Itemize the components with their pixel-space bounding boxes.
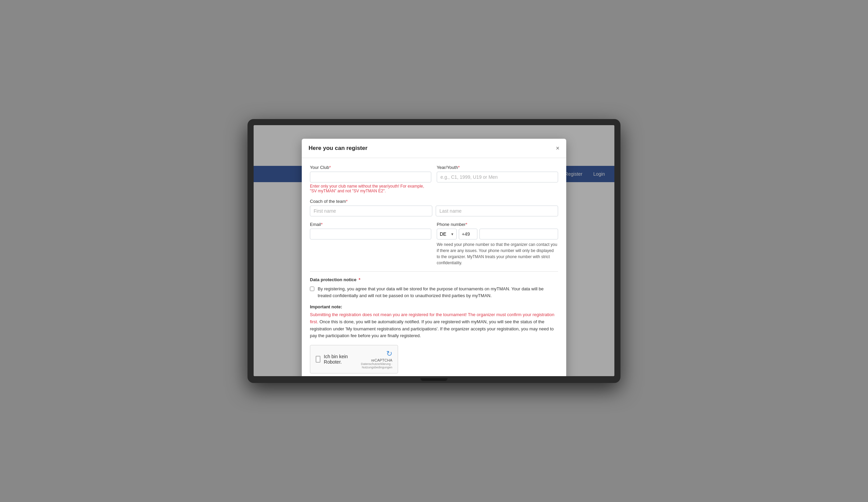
- club-group: Your Club* Enter only your club name wit…: [310, 165, 431, 193]
- phone-number-input[interactable]: [479, 229, 558, 239]
- last-name-input[interactable]: [436, 206, 558, 216]
- email-group: Email*: [310, 222, 431, 266]
- year-group: Year/Youth*: [437, 165, 558, 193]
- phone-prefix-input[interactable]: [459, 229, 477, 239]
- coach-row: Coach of the team*: [310, 199, 558, 216]
- year-input[interactable]: [437, 172, 558, 183]
- first-name-input[interactable]: [310, 206, 432, 216]
- country-select-wrapper: DE AT CH ▼: [437, 229, 457, 239]
- important-note-title: Important note:: [310, 304, 558, 309]
- phone-group: Phone number* DE AT CH: [437, 222, 558, 266]
- phone-hint-text: We need your phone number so that the or…: [437, 242, 558, 266]
- data-protection-checkbox-row: By registering, you agree that your data…: [310, 286, 558, 299]
- close-button[interactable]: ×: [556, 145, 559, 151]
- registration-modal: Here you can register × Your Club* Enter…: [302, 139, 566, 376]
- phone-label: Phone number*: [437, 222, 558, 227]
- captcha-logo: ↻ reCAPTCHA Datenschutzerklärung · Nutzu…: [351, 349, 392, 369]
- data-protection-checkbox-label: By registering, you agree that your data…: [318, 286, 558, 299]
- captcha-container: Ich bin kein Roboter. ↻ reCAPTCHA Datens…: [310, 345, 398, 373]
- recaptcha-icon: ↻: [386, 349, 392, 358]
- important-note-section: Important note: Submitting the registrat…: [310, 304, 558, 339]
- captcha-label: Ich bin kein Roboter.: [324, 354, 351, 365]
- club-year-row: Your Club* Enter only your club name wit…: [310, 165, 558, 193]
- data-protection-checkbox[interactable]: [310, 286, 314, 291]
- important-note-rest: Once this is done, you will be automatic…: [310, 319, 554, 338]
- email-label: Email*: [310, 222, 431, 227]
- section-divider: [310, 272, 558, 272]
- data-protection-section: Data protection notice * By registering,…: [310, 277, 558, 299]
- club-input[interactable]: [310, 172, 431, 183]
- captcha-left: Ich bin kein Roboter.: [316, 354, 351, 365]
- email-input[interactable]: [310, 229, 431, 239]
- country-select[interactable]: DE AT CH: [437, 229, 457, 239]
- club-error-text: Enter only your club name without the ye…: [310, 184, 431, 193]
- modal-header: Here you can register ×: [302, 139, 566, 158]
- year-label: Year/Youth*: [437, 165, 558, 170]
- coach-label: Coach of the team*: [310, 199, 558, 204]
- club-label: Your Club*: [310, 165, 431, 170]
- captcha-sub: Datenschutzerklärung · Nutzungsbedingung…: [351, 362, 392, 369]
- modal-title: Here you can register: [309, 145, 368, 152]
- modal-overlay: Here you can register × Your Club* Enter…: [254, 125, 614, 376]
- modal-body: Your Club* Enter only your club name wit…: [302, 158, 566, 376]
- important-note-text: Submitting the registration does not mea…: [310, 311, 558, 339]
- phone-input-group: DE AT CH ▼: [437, 229, 558, 239]
- coach-group: Coach of the team*: [310, 199, 558, 216]
- email-phone-row: Email* Phone number*: [310, 222, 558, 266]
- captcha-brand: reCAPTCHA: [351, 358, 392, 362]
- data-protection-title: Data protection notice *: [310, 277, 558, 282]
- captcha-checkbox[interactable]: [316, 356, 320, 362]
